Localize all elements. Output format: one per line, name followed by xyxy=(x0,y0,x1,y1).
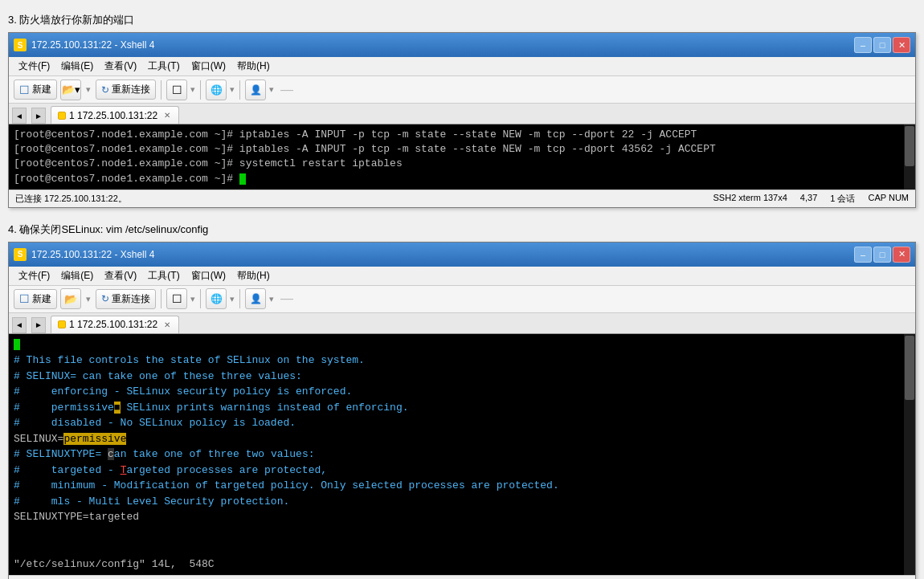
menu-view-1[interactable]: 查看(V) xyxy=(100,58,141,75)
status-bar-2: 已连接 172.25.100.131:22。 SSH2 xterm 137x15… xyxy=(9,575,915,579)
tab-bar-2: ◄ ► 1 172.25.100.131:22 ✕ xyxy=(9,313,915,334)
menu-edit-1[interactable]: 编辑(E) xyxy=(56,58,98,75)
status-caps-1: CAP NUM xyxy=(868,193,909,205)
section2-title: 4. 确保关闭SELinux: vim /etc/selinux/config xyxy=(8,222,916,237)
tab-close-2[interactable]: ✕ xyxy=(164,320,170,329)
menu-file-1[interactable]: 文件(F) xyxy=(14,58,55,75)
tab-prev-2[interactable]: ◄ xyxy=(12,317,27,333)
tab-bar-1: ◄ ► 1 172.25.100.131:22 ✕ xyxy=(9,104,915,124)
xshell-icon-2: S xyxy=(14,248,27,261)
sep2-2 xyxy=(200,289,201,308)
scrollbar-v-1[interactable] xyxy=(904,124,915,190)
toolbar-1: ☐ 新建 📂▾ ▾ ↻ 重新连接 ☐ ▾ 🌐 ▾ 👤 ▾ — xyxy=(9,76,915,104)
menu-tools-1[interactable]: 工具(T) xyxy=(143,58,184,75)
vim-line-9: # mls - Multi Level Security protection. xyxy=(14,494,901,510)
status-ssh-1: SSH2 xterm 137x4 xyxy=(713,193,787,205)
tab-prev-1[interactable]: ◄ xyxy=(12,108,27,124)
sep2-1 xyxy=(200,80,201,100)
new-btn-1[interactable]: ☐ 新建 xyxy=(14,80,57,100)
terminal-line-1-2: [root@centos7.node1.example.com ~]# syst… xyxy=(14,157,901,171)
title-bar-2: S 172.25.100.131:22 - Xshell 4 – □ ✕ xyxy=(9,243,915,267)
tab-next-1[interactable]: ► xyxy=(31,108,46,124)
menu-tools-2[interactable]: 工具(T) xyxy=(143,267,184,284)
title-text-2: 172.25.100.131:22 - Xshell 4 xyxy=(31,249,154,260)
vim-line-5: # disabled - No SELinux policy is loaded… xyxy=(14,415,901,431)
status-bar-1: 已连接 172.25.100.131:22。 SSH2 xterm 137x4 … xyxy=(9,190,915,207)
tab-session-1[interactable]: 1 172.25.100.131:22 ✕ xyxy=(51,106,179,124)
title-buttons-1: – □ ✕ xyxy=(854,37,910,53)
xshell-window-1: S 172.25.100.131:22 - Xshell 4 – □ ✕ 文件(… xyxy=(8,32,916,208)
menu-bar-2: 文件(F) 编辑(E) 查看(V) 工具(T) 窗口(W) 帮助(H) xyxy=(9,267,915,286)
tab-label-2: 1 172.25.100.131:22 xyxy=(69,319,157,330)
vim-line-fileinfo: "/etc/selinux/config" 14L, 548C xyxy=(14,557,901,573)
user-btn-1[interactable]: 👤 xyxy=(245,80,266,100)
network-btn-1[interactable]: 🌐 xyxy=(206,80,227,100)
terminal-vim-2: # This file controls the state of SELinu… xyxy=(9,334,915,576)
tab-next-2[interactable]: ► xyxy=(31,317,46,333)
vim-line-7: # targeted - Targeted processes are prot… xyxy=(14,463,901,479)
sep1-2 xyxy=(161,289,161,308)
network-btn-2[interactable]: 🌐 xyxy=(206,288,227,309)
menu-view-2[interactable]: 查看(V) xyxy=(100,267,141,284)
new-btn-2[interactable]: ☐ 新建 xyxy=(14,289,57,309)
menu-edit-2[interactable]: 编辑(E) xyxy=(56,267,98,284)
terminal-line-1-3: [root@centos7.node1.example.com ~]# xyxy=(14,172,901,186)
section1: 3. 防火墙放行你新加的端口 S 172.25.100.131:22 - Xsh… xyxy=(8,13,916,208)
terminal-line-1-0: [root@centos7.node1.example.com ~]# ipta… xyxy=(14,128,901,142)
vim-line-3: # enforcing - SELinux security policy is… xyxy=(14,384,901,400)
menu-bar-1: 文件(F) 编辑(E) 查看(V) 工具(T) 窗口(W) 帮助(H) xyxy=(9,57,915,76)
tab-dot-2 xyxy=(58,320,66,328)
close-btn-2[interactable]: ✕ xyxy=(893,247,910,263)
vim-line-selinuxtype: SELINUXTYPE=targeted xyxy=(14,509,901,525)
minimize-btn-2[interactable]: – xyxy=(854,247,872,263)
status-session-1: 1 会话 xyxy=(830,193,855,205)
folder-btn-2[interactable]: 📂 xyxy=(60,288,81,309)
menu-help-1[interactable]: 帮助(H) xyxy=(232,58,275,75)
vim-line-6: # SELINUXTYPE= can take one of three two… xyxy=(14,446,901,463)
menu-window-1[interactable]: 窗口(W) xyxy=(186,58,231,75)
status-right-1: SSH2 xterm 137x4 4,37 1 会话 CAP NUM xyxy=(713,193,909,205)
title-bar-left-2: S 172.25.100.131:22 - Xshell 4 xyxy=(14,248,154,261)
vim-line-empty2 xyxy=(14,540,901,557)
title-text-1: 172.25.100.131:22 - Xshell 4 xyxy=(31,39,154,51)
tab-dot-1 xyxy=(58,112,66,120)
cursor-1 xyxy=(239,173,246,185)
vim-line-2: # SELINUX= can take one of these three v… xyxy=(14,369,901,385)
screen-btn-2[interactable]: ☐ xyxy=(166,288,187,309)
title-bar-1: S 172.25.100.131:22 - Xshell 4 – □ ✕ xyxy=(9,33,915,57)
section2: 4. 确保关闭SELinux: vim /etc/selinux/config … xyxy=(8,222,916,579)
tab-label-1: 1 172.25.100.131:22 xyxy=(69,110,157,121)
minimize-btn-1[interactable]: – xyxy=(854,37,872,53)
maximize-btn-1[interactable]: □ xyxy=(873,37,891,53)
menu-window-2[interactable]: 窗口(W) xyxy=(186,267,231,284)
user-btn-2[interactable]: 👤 xyxy=(245,288,266,309)
scrollbar-v-2[interactable] xyxy=(904,334,915,576)
vim-line-1: # This file controls the state of SELinu… xyxy=(14,353,901,369)
toolbar-2: ☐ 新建 📂 ▾ ↻ 重新连接 ☐ ▾ 🌐 ▾ 👤 ▾ — xyxy=(9,286,915,313)
scrollbar-thumb-2 xyxy=(905,336,914,400)
status-left-1: 已连接 172.25.100.131:22。 xyxy=(15,193,127,205)
close-btn-1[interactable]: ✕ xyxy=(893,37,910,53)
tab-close-1[interactable]: ✕ xyxy=(164,111,170,120)
terminal-1: [root@centos7.node1.example.com ~]# ipta… xyxy=(9,124,915,190)
menu-file-2[interactable]: 文件(F) xyxy=(14,267,55,284)
scrollbar-thumb-1 xyxy=(905,126,914,166)
menu-help-2[interactable]: 帮助(H) xyxy=(232,267,275,284)
vim-line-green xyxy=(14,337,901,353)
screen-btn-1[interactable]: ☐ xyxy=(166,80,187,100)
sep3-2 xyxy=(239,289,240,308)
folder-btn-1[interactable]: 📂▾ xyxy=(60,80,81,100)
xshell-icon-1: S xyxy=(14,39,27,51)
xshell-window-2: S 172.25.100.131:22 - Xshell 4 – □ ✕ 文件(… xyxy=(8,242,916,579)
reconnect-btn-2[interactable]: ↻ 重新连接 xyxy=(96,289,156,309)
tab-session-2[interactable]: 1 172.25.100.131:22 ✕ xyxy=(51,316,179,333)
title-buttons-2: – □ ✕ xyxy=(854,247,910,263)
sep1-1 xyxy=(161,80,161,100)
reconnect-btn-1[interactable]: ↻ 重新连接 xyxy=(96,80,156,100)
terminal-line-1-1: [root@centos7.node1.example.com ~]# ipta… xyxy=(14,142,901,157)
vim-line-selinux: SELINUX=permissive xyxy=(14,431,901,447)
title-bar-left-1: S 172.25.100.131:22 - Xshell 4 xyxy=(14,39,154,51)
sep3-1 xyxy=(239,80,240,100)
maximize-btn-2[interactable]: □ xyxy=(873,247,891,263)
status-pos-1: 4,37 xyxy=(800,193,817,205)
